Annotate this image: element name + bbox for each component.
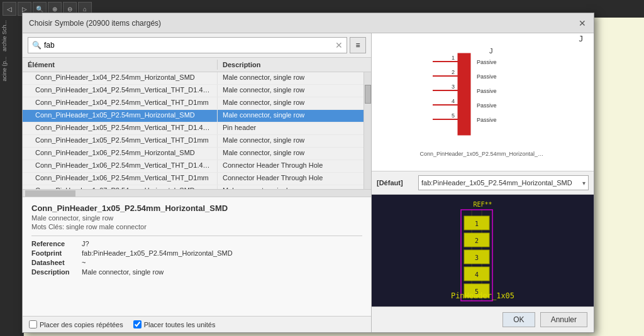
search-area: 🔍 ✕ ≡	[23, 33, 371, 58]
cell-desc-9: Male connector, single row	[218, 185, 364, 189]
cell-element-0: Conn_PinHeader_1x04_P2.54mm_Horizontal_S…	[23, 72, 218, 84]
svg-text:1: 1	[451, 55, 454, 61]
detail-reference-row: Reference J?	[31, 240, 362, 247]
copies-label[interactable]: Placer des copies répétées	[40, 321, 123, 328]
svg-text:3: 3	[474, 254, 478, 261]
keywords-label: Mots Clés:	[31, 223, 64, 230]
detail-component-name: Conn_PinHeader_1x05_P2.54mm_Horizontal_S…	[31, 203, 362, 213]
svg-text:4: 4	[474, 271, 478, 278]
units-checkbox[interactable]	[133, 320, 142, 328]
cell-element-3: Conn_PinHeader_1x05_P2.54mm_Horizontal_S…	[23, 110, 218, 122]
detail-footprint-row: Footprint fab:PinHeader_1x05_P2.54mm_Hor…	[31, 249, 362, 257]
footprint-selector: [Défaut] fab:PinHeader_1x05_P2.54mm_Hori…	[372, 171, 594, 195]
reference-value: J?	[82, 240, 89, 247]
toolbar-btn-1[interactable]: ◁	[3, 2, 16, 16]
detail-description2-row: Description Male connector, single row	[31, 268, 362, 276]
symbol-panel-bottom: Placer des copies répétées Placer toutes…	[23, 316, 371, 332]
connector-symbol-svg: 1 Passive 2 Passive 3 Passive	[420, 47, 546, 148]
table-row[interactable]: Conn_PinHeader_1x04_P2.54mm_Vertical_THT…	[23, 85, 364, 97]
table-row[interactable]: Conn_PinHeader_1x05_P2.54mm_Vertical_THT…	[23, 122, 364, 135]
cell-desc-3: Male connector, single row	[218, 110, 364, 122]
svg-text:J: J	[489, 47, 493, 55]
table-row[interactable]: Conn_PinHeader_1x06_P2.54mm_Vertical_THT…	[23, 160, 364, 173]
reference-label: Reference	[31, 240, 82, 247]
units-label[interactable]: Placer toutes les unités	[144, 321, 216, 328]
col-element-header: Élément	[23, 60, 218, 70]
cell-desc-8: Connector Header Through Hole	[218, 173, 364, 185]
cell-element-4: Conn_PinHeader_1x05_P2.54mm_Vertical_THT…	[23, 122, 218, 134]
cell-desc-1: Male connector, single row	[218, 85, 364, 97]
cell-desc-7: Connector Header Through Hole	[218, 160, 364, 172]
search-box[interactable]: 🔍 ✕	[28, 37, 347, 53]
copies-checkbox-group: Placer des copies répétées	[29, 320, 123, 328]
chevron-down-icon: ▾	[582, 180, 586, 187]
table-row[interactable]: Conn_PinHeader_1x06_P2.54mm_Horizontal_S…	[23, 148, 364, 160]
scrollbar-thumb[interactable]	[365, 85, 371, 104]
table-row[interactable]: Conn_PinHeader_1x04_P2.54mm_Vertical_THT…	[23, 97, 364, 110]
units-checkbox-group: Placer toutes les unités	[133, 320, 216, 328]
cell-element-2: Conn_PinHeader_1x04_P2.54mm_Vertical_THT…	[23, 97, 218, 109]
table-row[interactable]: Conn_PinHeader_1x06_P2.54mm_Vertical_THT…	[23, 173, 364, 185]
table-row[interactable]: Conn_PinHeader_1x05_P2.54mm_Vertical_THT…	[23, 135, 364, 148]
col-description-header: Description	[218, 60, 371, 70]
dialog-buttons: OK Annuler	[372, 306, 594, 332]
search-input[interactable]	[44, 41, 333, 50]
svg-text:Passive: Passive	[477, 88, 497, 94]
table-row[interactable]: Conn_PinHeader_1x07_P2.54mm_Horizontal_S…	[23, 185, 364, 189]
cell-desc-2: Male connector, single row	[218, 97, 364, 109]
cell-desc-4: Pin header	[218, 122, 364, 134]
svg-text:2: 2	[474, 237, 478, 244]
svg-text:3: 3	[451, 84, 454, 90]
left-sidebar: archie Sch... acine (p...	[0, 18, 24, 336]
component-ref-label: J	[579, 35, 583, 43]
pcb-footprint-label: PinHeader_1x05	[451, 291, 514, 300]
main-container: ◁ ▷ 🔍 ⊕ ⊖ ⌂ archie Sch... acine (p... Ch…	[0, 0, 644, 336]
left-panel-text-1: archie Sch...	[0, 18, 9, 54]
component-full-name: Conn_PinHeader_1x05_P2.54mm_Horizontal_S…	[420, 151, 546, 157]
svg-rect-0	[458, 53, 470, 135]
search-filter-button[interactable]: ≡	[350, 37, 366, 53]
svg-text:2: 2	[451, 69, 454, 75]
svg-text:4: 4	[451, 98, 454, 104]
footprint-selector-label: [Défaut]	[377, 179, 414, 187]
description2-value: Male connector, single row	[82, 268, 164, 276]
vertical-scrollbar[interactable]	[364, 72, 371, 189]
left-panel-text-2: acine (p...	[0, 54, 9, 84]
detail-keywords: Mots Clés: single row male connector	[31, 223, 362, 230]
footprint-value: fab:PinHeader_1x05_P2.54mm_Horizontal_SM…	[82, 249, 233, 257]
search-icon: 🔍	[32, 41, 42, 50]
detail-divider	[31, 236, 362, 236]
pcb-preview: REF** 1 2 3	[372, 195, 594, 306]
h-scrollbar-thumb[interactable]	[25, 190, 75, 197]
search-clear-icon[interactable]: ✕	[335, 40, 343, 50]
svg-text:Passive: Passive	[477, 117, 497, 123]
datasheet-label: Datasheet	[31, 259, 82, 266]
table-scroll-wrapper: Conn_PinHeader_1x04_P2.54mm_Horizontal_S…	[23, 72, 371, 189]
cell-element-5: Conn_PinHeader_1x05_P2.54mm_Vertical_THT…	[23, 135, 218, 147]
cell-element-7: Conn_PinHeader_1x06_P2.54mm_Vertical_THT…	[23, 160, 218, 172]
dialog-titlebar: Choisir Symbole (20900 items chargés) ✕	[23, 13, 594, 33]
horizontal-scrollbar[interactable]	[23, 189, 371, 197]
svg-text:1: 1	[474, 220, 478, 227]
detail-description: Male connector, single row	[31, 214, 362, 222]
detail-panel: Conn_PinHeader_1x05_P2.54mm_Horizontal_S…	[23, 197, 371, 316]
footprint-dropdown[interactable]: fab:PinHeader_1x05_P2.54mm_Horizontal_SM…	[418, 175, 589, 190]
dialog-close-button[interactable]: ✕	[577, 18, 587, 28]
schematic-preview: J 1 Passive 2	[372, 33, 594, 171]
ok-button[interactable]: OK	[502, 312, 535, 327]
symbol-chooser-dialog: Choisir Symbole (20900 items chargés) ✕ …	[22, 13, 594, 333]
copies-checkbox[interactable]	[29, 320, 37, 328]
table-row[interactable]: Conn_PinHeader_1x04_P2.54mm_Horizontal_S…	[23, 72, 364, 85]
svg-text:Passive: Passive	[477, 59, 497, 65]
cell-desc-6: Male connector, single row	[218, 148, 364, 160]
preview-panel: J 1 Passive 2	[372, 33, 594, 332]
table-body[interactable]: Conn_PinHeader_1x04_P2.54mm_Horizontal_S…	[23, 72, 364, 189]
table-row[interactable]: Conn_PinHeader_1x05_P2.54mm_Horizontal_S…	[23, 110, 364, 122]
symbol-panel: 🔍 ✕ ≡ Élément Description Conn_PinHeader…	[23, 33, 372, 332]
cancel-button[interactable]: Annuler	[540, 312, 587, 327]
svg-text:Passive: Passive	[477, 73, 497, 80]
cell-element-9: Conn_PinHeader_1x07_P2.54mm_Horizontal_S…	[23, 185, 218, 189]
cell-element-8: Conn_PinHeader_1x06_P2.54mm_Vertical_THT…	[23, 173, 218, 185]
detail-datasheet-row: Datasheet ~	[31, 259, 362, 266]
table-header: Élément Description	[23, 58, 371, 72]
